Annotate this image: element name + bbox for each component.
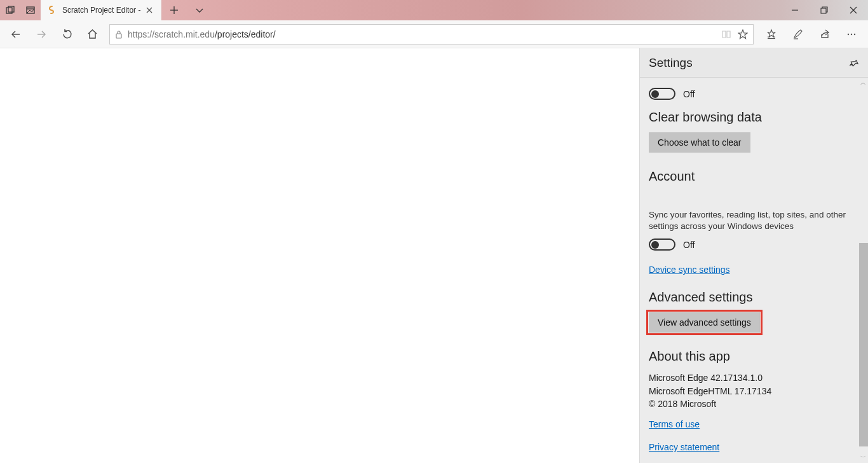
terms-of-use-link[interactable]: Terms of use: [649, 419, 700, 429]
tab-actions-button-2[interactable]: [20, 0, 41, 20]
restore-icon: [820, 6, 828, 14]
refresh-button[interactable]: [55, 22, 79, 46]
close-icon: [850, 6, 857, 14]
close-icon: [146, 7, 153, 13]
share-button[interactable]: [812, 22, 837, 46]
page-content: Settings ︿ Off Clear browsing data Choos…: [0, 48, 868, 463]
svg-point-23: [854, 33, 855, 34]
favorite-button[interactable]: [738, 29, 748, 39]
svg-marker-15: [738, 30, 747, 39]
more-button[interactable]: [839, 22, 864, 46]
privacy-statement-link[interactable]: Privacy statement: [649, 442, 719, 452]
device-sync-settings-link[interactable]: Device sync settings: [649, 265, 730, 275]
home-button[interactable]: [80, 22, 104, 46]
about-this-app-heading: About this app: [649, 349, 859, 364]
svg-point-22: [851, 33, 852, 34]
scroll-up-icon[interactable]: ︿: [860, 79, 866, 87]
clear-browsing-heading: Clear browsing data: [649, 110, 859, 125]
view-advanced-settings-button[interactable]: View advanced settings: [649, 312, 760, 333]
url-text: https://scratch.mit.edu/projects/editor/: [128, 29, 715, 39]
toggle-1-label: Off: [683, 89, 695, 99]
titlebar: Scratch Project Editor -: [0, 0, 868, 20]
settings-panel: Settings ︿ Off Clear browsing data Choos…: [639, 48, 868, 463]
plus-icon: [170, 6, 179, 15]
account-heading: Account: [649, 169, 859, 184]
window-maximize-button[interactable]: [810, 0, 839, 20]
tab-title: Scratch Project Editor -: [62, 6, 143, 15]
sync-description: Sync your favorites, reading list, top s…: [649, 209, 859, 232]
url-host: https://scratch.mit.edu: [128, 29, 215, 39]
url-path: /projects/editor/: [215, 29, 276, 39]
notes-button[interactable]: [785, 22, 811, 46]
about-line-1: Microsoft Edge 42.17134.1.0: [649, 371, 859, 384]
window-close-button[interactable]: [839, 0, 868, 20]
book-icon: [721, 30, 731, 39]
toolbar: https://scratch.mit.edu/projects/editor/: [0, 20, 868, 48]
svg-rect-14: [116, 34, 121, 38]
pin-button[interactable]: [849, 59, 859, 67]
settings-body: ︿ Off Clear browsing data Choose what to…: [640, 78, 868, 463]
settings-scrollbar[interactable]: [859, 243, 868, 446]
svg-marker-16: [768, 30, 775, 37]
toggle-knob: [651, 90, 659, 98]
svg-rect-9: [821, 8, 826, 13]
star-icon: [738, 29, 748, 39]
svg-point-21: [848, 33, 849, 34]
home-icon: [87, 29, 98, 39]
tab-dropdown-button[interactable]: [187, 0, 212, 20]
arrow-left-icon: [10, 29, 22, 40]
back-button[interactable]: [4, 22, 28, 46]
choose-what-to-clear-button[interactable]: Choose what to clear: [649, 132, 750, 153]
toggle-2-label: Off: [683, 240, 695, 250]
tab-actions-button-1[interactable]: [0, 0, 20, 20]
toggle-knob: [651, 241, 659, 249]
pen-icon: [792, 29, 804, 40]
pin-icon: [849, 59, 859, 67]
scroll-down-icon[interactable]: ﹀: [860, 453, 866, 462]
reading-view-button[interactable]: [721, 30, 731, 39]
arrow-right-icon: [36, 29, 47, 40]
forward-button[interactable]: [29, 22, 53, 46]
settings-header: Settings: [640, 48, 868, 78]
chevron-down-icon: [195, 6, 204, 15]
tab-preview-icon: [26, 6, 35, 15]
browser-tab[interactable]: Scratch Project Editor -: [41, 0, 161, 20]
minimize-icon: [791, 6, 799, 14]
about-line-2: Microsoft EdgeHTML 17.17134: [649, 385, 859, 397]
toggle-1[interactable]: [649, 88, 675, 100]
settings-title: Settings: [649, 56, 693, 70]
star-list-icon: [766, 29, 777, 40]
lock-icon: [115, 30, 123, 39]
more-icon: [846, 29, 857, 40]
address-bar[interactable]: https://scratch.mit.edu/projects/editor/: [109, 24, 754, 45]
tabs-aside-icon: [6, 6, 15, 15]
toggle-row-1: Off: [649, 88, 859, 100]
scratch-favicon: [47, 5, 57, 15]
toggle-row-2: Off: [649, 238, 859, 251]
tab-close-button[interactable]: [143, 4, 156, 17]
new-tab-button[interactable]: [161, 0, 187, 20]
window-minimize-button[interactable]: [780, 0, 810, 20]
favorites-bar-button[interactable]: [759, 22, 784, 46]
about-line-3: © 2018 Microsoft: [649, 397, 859, 410]
refresh-icon: [62, 29, 72, 39]
advanced-settings-heading: Advanced settings: [649, 290, 859, 305]
toggle-2[interactable]: [649, 238, 675, 251]
share-icon: [819, 29, 831, 40]
